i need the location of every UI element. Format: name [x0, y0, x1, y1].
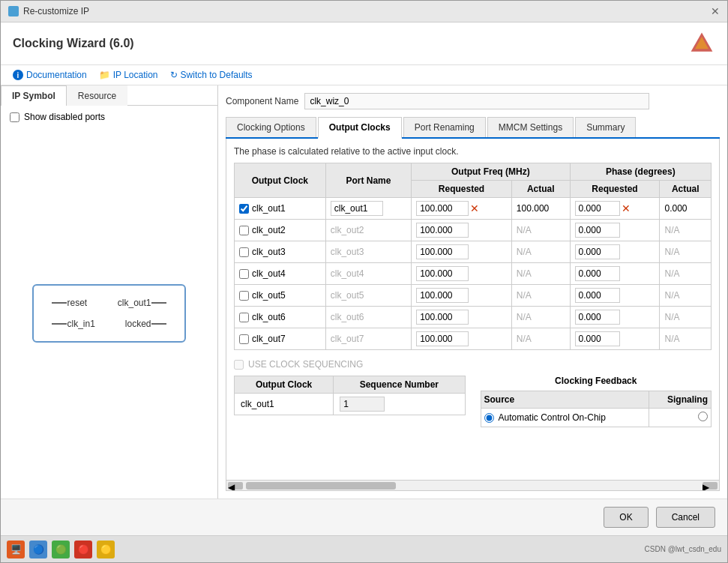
- tab-summary[interactable]: Summary: [575, 117, 636, 137]
- phase-req-input-1[interactable]: [575, 223, 620, 238]
- phase-actual-cell: N/A: [660, 220, 712, 241]
- freq-actual-3: N/A: [517, 268, 532, 279]
- clock-row: clk_out1✕100.000✕0.000: [235, 198, 712, 220]
- phase-req-input-0[interactable]: [575, 201, 620, 216]
- phase-req-cell: [570, 263, 660, 285]
- close-button[interactable]: ✕: [711, 5, 720, 17]
- clock-checkbox-3[interactable]: [239, 269, 249, 279]
- taskbar-icon-5[interactable]: 🟡: [97, 541, 115, 559]
- phase-actual-6: N/A: [664, 334, 679, 344]
- port-name-cell: clk_out3: [325, 241, 411, 263]
- clock-checkbox-5[interactable]: [239, 313, 249, 322]
- freq-req-input-6[interactable]: [416, 331, 469, 346]
- clock-name-5: clk_out6: [252, 312, 286, 322]
- phase-actual-cell: N/A: [660, 263, 712, 285]
- freq-req-input-3[interactable]: [416, 266, 469, 281]
- port-name-text-3: clk_out4: [331, 268, 364, 279]
- hscroll-thumb[interactable]: [246, 482, 396, 490]
- source-auto-text: Automatic Control On-Chip: [499, 412, 606, 423]
- ok-button[interactable]: OK: [604, 507, 648, 528]
- hscroll-right[interactable]: ▶: [703, 482, 718, 490]
- clock-seq-label: USE CLOCK SEQUENCING: [248, 359, 363, 370]
- clock-checkbox-2[interactable]: [239, 247, 249, 257]
- clock-checkbox-6[interactable]: [239, 334, 249, 344]
- clocking-feedback-section: Clocking Feedback Source Signaling: [481, 376, 712, 427]
- clock-checkbox-4[interactable]: [239, 291, 249, 301]
- phase-req-input-2[interactable]: [575, 244, 620, 259]
- phase-req-input-5[interactable]: [575, 310, 620, 325]
- tab-mmcm-settings[interactable]: MMCM Settings: [487, 117, 574, 137]
- documentation-button[interactable]: i Documentation: [13, 70, 87, 80]
- phase-actual-2: N/A: [664, 247, 679, 257]
- clock-seq-checkbox[interactable]: [234, 360, 244, 370]
- th-output-clock: Output Clock: [235, 163, 326, 198]
- cancel-button[interactable]: Cancel: [656, 507, 715, 528]
- freq-clear-btn-0[interactable]: ✕: [470, 202, 479, 214]
- freq-req-input-0[interactable]: [416, 201, 469, 216]
- clock-sequencing-row: USE CLOCK SEQUENCING: [234, 359, 712, 370]
- clock-row: clk_out7clk_out7N/AN/A: [235, 328, 712, 350]
- port-name-text-5: clk_out6: [331, 312, 364, 322]
- tab-output-clocks[interactable]: Output Clocks: [318, 117, 402, 139]
- phase-req-cell: [570, 285, 660, 307]
- port-locked: locked: [125, 319, 151, 329]
- phase-clear-btn-0[interactable]: ✕: [622, 202, 631, 214]
- clock-name-0: clk_out1: [252, 203, 286, 214]
- source-auto-radio[interactable]: [484, 413, 494, 423]
- horizontal-scrollbar[interactable]: ◀ ▶: [226, 480, 719, 490]
- phase-req-input-4[interactable]: [575, 288, 620, 303]
- tab-port-renaming[interactable]: Port Renaming: [403, 117, 486, 137]
- seq-num-cell: [334, 394, 465, 415]
- port-name-cell: clk_out2: [325, 220, 411, 241]
- app-icon: [8, 6, 19, 16]
- bottom-section: USE CLOCK SEQUENCING Output Clock Sequen…: [234, 359, 712, 427]
- clock-check-cell: clk_out2: [235, 220, 326, 241]
- port-reset: reset: [67, 298, 87, 308]
- phase-actual-cell: N/A: [660, 307, 712, 328]
- feedback-source-cell: Automatic Control On-Chip: [481, 409, 649, 427]
- clock-check-cell: clk_out3: [235, 241, 326, 263]
- port-name-cell: [325, 198, 411, 220]
- tab-resource[interactable]: Resource: [67, 85, 127, 106]
- phase-actual-3: N/A: [664, 268, 679, 279]
- folder-icon: 📁: [99, 70, 110, 80]
- feedback-row: Output Clock Sequence Number clk_out1: [234, 376, 712, 427]
- component-name-input[interactable]: [304, 93, 649, 109]
- th-output-freq: Output Freq (MHz): [412, 163, 570, 181]
- ip-location-button[interactable]: 📁 IP Location: [99, 70, 158, 80]
- freq-req-input-2[interactable]: [416, 244, 469, 259]
- port-name-text-2: clk_out3: [331, 247, 364, 257]
- freq-req-input-4[interactable]: [416, 288, 469, 303]
- phase-actual-1: N/A: [664, 225, 679, 235]
- source-auto-label: Automatic Control On-Chip: [484, 412, 646, 423]
- port-name-cell: clk_out7: [325, 328, 411, 350]
- freq-actual-cell: 100.000: [511, 198, 570, 220]
- taskbar-icon-2[interactable]: 🔵: [29, 541, 47, 559]
- tab-clocking-options[interactable]: Clocking Options: [226, 117, 316, 137]
- seq-input[interactable]: [340, 397, 385, 412]
- freq-req-input-1[interactable]: [416, 223, 469, 238]
- tab-ip-symbol[interactable]: IP Symbol: [1, 85, 67, 106]
- taskbar-icon-3[interactable]: 🟢: [52, 541, 70, 559]
- clock-checkbox-0[interactable]: [239, 204, 249, 214]
- freq-req-input-5[interactable]: [416, 310, 469, 325]
- taskbar-icon-1[interactable]: 🖥️: [7, 541, 25, 559]
- signaling-radio[interactable]: [698, 412, 708, 421]
- port-name-text-1: clk_out2: [331, 225, 364, 235]
- show-disabled-checkbox[interactable]: [10, 112, 19, 122]
- hscroll-left[interactable]: ◀: [228, 482, 243, 490]
- taskbar-icon-4[interactable]: 🔴: [74, 541, 92, 559]
- port-clkout1: clk_out1: [118, 298, 151, 308]
- clock-check-cell: clk_out1: [235, 198, 326, 220]
- clock-checkbox-1[interactable]: [239, 226, 249, 235]
- port-clkin1: clk_in1: [67, 319, 94, 329]
- port-name-cell: clk_out4: [325, 263, 411, 285]
- phase-req-input-3[interactable]: [575, 266, 620, 281]
- clock-row: clk_out6clk_out6N/AN/A: [235, 307, 712, 328]
- phase-req-input-6[interactable]: [575, 331, 620, 346]
- th-phase: Phase (degrees): [570, 163, 711, 181]
- watermark: CSDN @lwt_csdn_edu: [645, 545, 721, 553]
- switch-defaults-button[interactable]: ↻ Switch to Defaults: [170, 70, 253, 80]
- main-window: Re-customize IP ✕ Clocking Wizard (6.0) …: [0, 0, 728, 563]
- port-input-0[interactable]: [331, 201, 383, 216]
